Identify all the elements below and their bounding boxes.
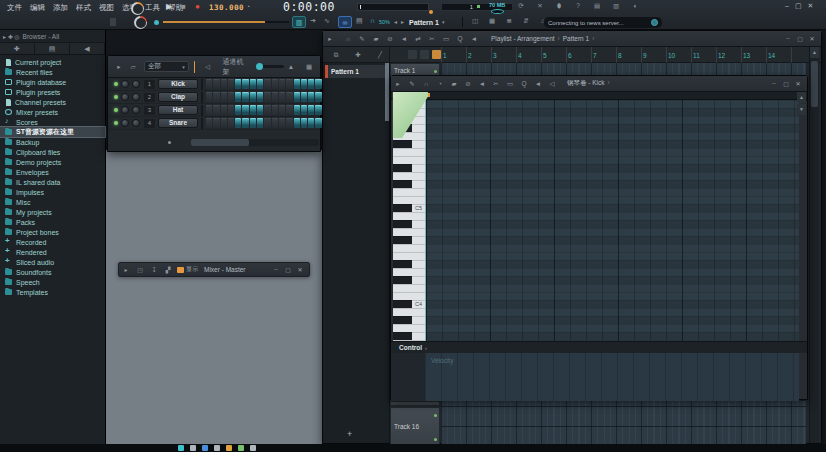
step-cell[interactable]: [272, 79, 278, 89]
taskbar-icon[interactable]: [250, 445, 256, 451]
step-cell[interactable]: [286, 105, 292, 115]
sync-icon[interactable]: ⟳: [517, 2, 526, 10]
step-cell[interactable]: [250, 105, 256, 115]
step-cell[interactable]: [279, 105, 285, 115]
step-cell[interactable]: [315, 79, 321, 89]
step-cell[interactable]: [206, 118, 212, 128]
track-led[interactable]: [434, 438, 437, 441]
step-cell[interactable]: [257, 79, 263, 89]
global-snap-icon[interactable]: ∩: [370, 17, 375, 24]
menu-item[interactable]: 视图: [95, 1, 118, 13]
channel-button[interactable]: Hat: [158, 105, 198, 115]
window-control[interactable]: ▢: [782, 80, 790, 87]
piano-roll-scrollbar[interactable]: ▲ ▼: [797, 92, 806, 117]
step-cell[interactable]: [294, 79, 300, 89]
menu-item[interactable]: 工具: [141, 1, 164, 13]
step-cell[interactable]: [206, 92, 212, 102]
mic-icon[interactable]: ⬮: [555, 2, 564, 10]
browser-tab[interactable]: ✚: [0, 43, 35, 54]
step-cell[interactable]: [264, 79, 270, 89]
channel-led[interactable]: [114, 82, 118, 86]
time-display[interactable]: 0:00:00: [283, 0, 335, 14]
pattern-selector[interactable]: Pattern 1 ▾: [409, 16, 444, 28]
channel-led[interactable]: [114, 95, 118, 99]
browser-item[interactable]: IL shared data: [0, 177, 105, 187]
browser-item[interactable]: Plugin presets: [0, 87, 105, 97]
step-cell[interactable]: [257, 105, 263, 115]
window-control[interactable]: ▢: [795, 2, 802, 10]
browser-item[interactable]: Plugin database: [0, 77, 105, 87]
pan-knob[interactable]: [121, 119, 129, 127]
speaker-icon[interactable]: ◁: [203, 63, 212, 71]
main-volume-block[interactable]: [110, 18, 116, 26]
browser-tab[interactable]: ◀: [70, 43, 105, 54]
playlist-timeline[interactable]: 1234567891011121314: [441, 47, 806, 63]
playlist-scrollbar[interactable]: ▲: [809, 47, 819, 443]
menu-item[interactable]: 编辑: [26, 1, 49, 13]
panic-icon[interactable]: ✕: [536, 2, 545, 10]
step-cell[interactable]: [257, 118, 263, 128]
speaker-icon[interactable]: ◁: [548, 80, 557, 88]
browser-item[interactable]: Scores: [0, 117, 105, 127]
step-cell[interactable]: [250, 118, 256, 128]
window-control[interactable]: –: [770, 80, 778, 87]
taskbar-icon[interactable]: [226, 445, 232, 451]
snap-icon[interactable]: ∩: [344, 35, 353, 43]
browser-item[interactable]: Impulses: [0, 187, 105, 197]
record-button[interactable]: ●: [195, 2, 200, 11]
browser-item[interactable]: Clipboard files: [0, 147, 105, 157]
step-cell[interactable]: [272, 118, 278, 128]
delete-tool-icon[interactable]: ⊘: [386, 35, 395, 43]
browser-item[interactable]: Rendered: [0, 247, 105, 257]
channel-button[interactable]: Kick: [158, 79, 198, 89]
menu-arrow-icon[interactable]: ▸: [326, 35, 335, 43]
mixer-toggle-icon[interactable]: ⇵: [522, 17, 531, 25]
volume-knob[interactable]: [132, 80, 140, 88]
step-cell[interactable]: [301, 92, 307, 102]
step-cell[interactable]: [221, 105, 227, 115]
slice-tool-icon[interactable]: ✂: [492, 80, 501, 88]
browser-item[interactable]: Sliced audio: [0, 257, 105, 267]
step-cell[interactable]: [286, 79, 292, 89]
step-cell[interactable]: [242, 118, 248, 128]
paint-tool-icon[interactable]: ▰: [372, 35, 381, 43]
playback-tool-icon[interactable]: ◄: [470, 35, 479, 43]
step-cell[interactable]: [242, 79, 248, 89]
volume-knob[interactable]: [132, 93, 140, 101]
pan-knob[interactable]: [121, 93, 129, 101]
window-control[interactable]: ✕: [808, 35, 816, 42]
step-cell[interactable]: [250, 79, 256, 89]
slice-tool-icon[interactable]: ✂: [428, 35, 437, 43]
piano-roll-toggle-icon[interactable]: ≣: [505, 17, 514, 25]
pan-knob[interactable]: [121, 106, 129, 114]
step-cell[interactable]: [308, 79, 314, 89]
step-cell[interactable]: [228, 92, 234, 102]
channel-button[interactable]: Snare: [158, 118, 198, 128]
browser-item[interactable]: Mixer presets: [0, 107, 105, 117]
mixer-titlebar[interactable]: ▸◳↧▞ 显示 Mixer - Master –▢✕: [118, 262, 310, 277]
browser-item[interactable]: Packs: [0, 217, 105, 227]
browser-item[interactable]: Speech: [0, 277, 105, 287]
menu-item[interactable]: 文件: [3, 1, 26, 13]
track-led[interactable]: [434, 414, 437, 417]
midi-link-button[interactable]: ∞: [338, 16, 352, 28]
step-cell[interactable]: [301, 105, 307, 115]
step-cell[interactable]: [213, 105, 219, 115]
step-cell[interactable]: [308, 118, 314, 128]
window-control[interactable]: –: [784, 35, 792, 42]
step-cell[interactable]: [279, 118, 285, 128]
step-cell[interactable]: [264, 92, 270, 102]
browser-item[interactable]: Recent files: [0, 67, 105, 77]
save-new-version-icon[interactable]: ▥: [612, 2, 621, 10]
playlist-titlebar[interactable]: ▸ ∩✎▰⊘◄⇄✂▭Q◄ Playlist - Arrangement›Patt…: [323, 31, 821, 47]
step-cell[interactable]: [250, 92, 256, 102]
step-cell[interactable]: [206, 79, 212, 89]
zoom-tool-icon[interactable]: Q: [456, 35, 465, 43]
control-lane-header[interactable]: Control ›: [391, 341, 807, 353]
scroll-handle[interactable]: [811, 61, 818, 107]
step-cell[interactable]: [301, 118, 307, 128]
browser-tab[interactable]: ▤: [35, 43, 70, 54]
browser-item[interactable]: Soundfonts: [0, 267, 105, 277]
step-cell[interactable]: [315, 118, 321, 128]
pencil-tool-icon[interactable]: ✎: [358, 35, 367, 43]
